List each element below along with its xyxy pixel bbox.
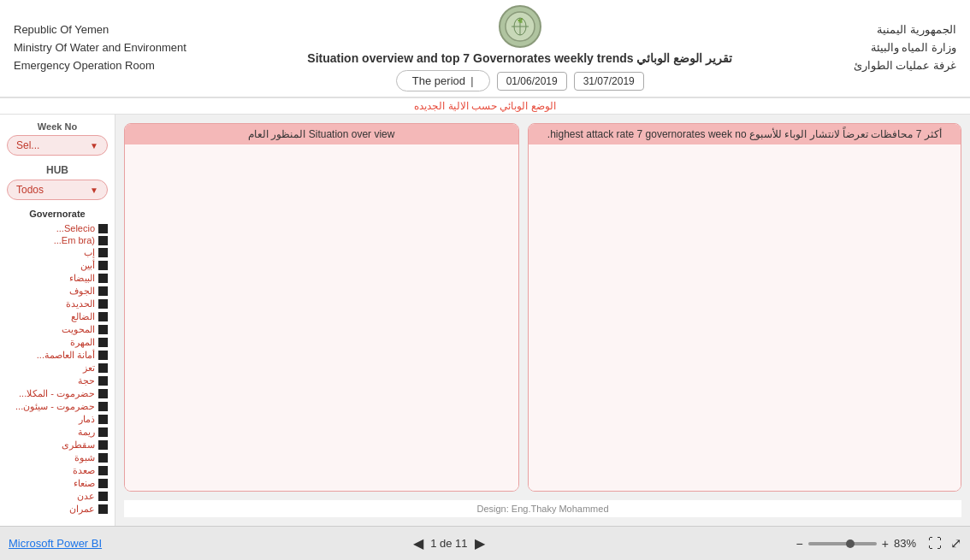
fit-page-icon[interactable]: ⛶	[928, 536, 942, 551]
org-ar-line3: غرفة عمليات الطوارئ	[854, 57, 956, 75]
gov-name: سقطرى	[62, 439, 95, 451]
header-right: الجمهورية اليمنية وزارة المياه والبيئة غ…	[854, 21, 956, 74]
gov-checkbox	[98, 351, 108, 360]
zoom-out-icon[interactable]: −	[796, 537, 803, 551]
gov-list-item[interactable]: شبوة	[7, 451, 108, 464]
gov-name: صنعاء	[74, 478, 95, 489]
date-to[interactable]: 31/07/2019	[574, 72, 644, 91]
expand-icon[interactable]: ⤢	[950, 535, 961, 551]
hub-dropdown[interactable]: Todos ▼	[7, 180, 108, 200]
pagination: ◀ 1 de 11 ▶	[413, 535, 484, 551]
gov-list-item[interactable]: حجة	[7, 374, 108, 387]
date-from[interactable]: 01/06/2019	[497, 72, 567, 91]
left-chart-header: Situation over view المنظور العام	[125, 124, 518, 144]
gov-list-item[interactable]: صعدة	[7, 464, 108, 477]
gov-checkbox	[98, 402, 108, 411]
gov-checkbox	[98, 440, 108, 450]
gov-list-item[interactable]: سقطرى	[7, 439, 108, 451]
week-dropdown[interactable]: Sel... ▼	[7, 135, 108, 156]
zoom-slider[interactable]	[808, 542, 877, 545]
gov-name: إب	[84, 247, 95, 258]
gov-name: Selecio...	[56, 223, 95, 233]
header: Republic Of Yemen Ministry Of Water and …	[0, 0, 970, 98]
gov-list-item[interactable]: الجوف	[7, 285, 108, 298]
main-content: Week No Sel... ▼ HUB Todos ▼ Governorate…	[0, 115, 970, 526]
gov-name: تعز	[83, 363, 95, 374]
gov-checkbox	[98, 224, 108, 233]
org-line3: Emergency Operation Room	[14, 57, 186, 75]
gov-list-item[interactable]: حضرموت - سيئون...	[7, 400, 108, 413]
gov-name: أمانة العاصمة...	[37, 350, 95, 361]
governorate-section: Governorate Selecio...(Em bra...إبأبينال…	[7, 209, 108, 516]
next-page-button[interactable]: ▶	[475, 535, 485, 551]
gov-list: Selecio...(Em bra...إبأبينالبيضاءالجوفال…	[7, 222, 108, 516]
gov-checkbox	[98, 466, 108, 475]
sidebar: Week No Sel... ▼ HUB Todos ▼ Governorate…	[0, 115, 115, 526]
header-title: Situation overview and top 7 Governorate…	[307, 51, 732, 65]
period-button[interactable]: The period |	[396, 70, 490, 91]
charts-area: Situation over view المنظور العام أكثر 7…	[115, 115, 970, 526]
gov-name: البيضاء	[69, 273, 95, 284]
gov-checkbox	[98, 286, 108, 296]
logo: 🌿	[499, 5, 541, 48]
zoom-value: 83%	[894, 537, 916, 550]
gov-list-item[interactable]: أمانة العاصمة...	[7, 349, 108, 362]
period-row: The period | 01/06/2019 31/07/2019	[396, 70, 644, 91]
powerbi-link[interactable]: Microsoft Power BI	[9, 537, 102, 550]
gov-list-item[interactable]: عدن	[7, 490, 108, 503]
subheader: الوضع الوبائي حسب الالية الجديده	[0, 98, 970, 115]
left-chart-body	[125, 144, 518, 491]
gov-checkbox	[98, 427, 108, 437]
gov-list-item[interactable]: تعز	[7, 362, 108, 374]
page-indicator: 1 de 11	[430, 537, 467, 550]
right-chart-panel: أكثر 7 محافظات تعرضاً لانتشار الوباء للأ…	[528, 123, 961, 492]
gov-list-item[interactable]: حضرموت - المكلا...	[7, 387, 108, 400]
week-label: Week No	[38, 121, 77, 132]
gov-checkbox	[98, 504, 108, 514]
gov-name: حضرموت - سيئون...	[15, 401, 95, 412]
gov-checkbox	[98, 363, 108, 373]
gov-list-item[interactable]: Selecio...	[7, 222, 108, 234]
zoom-thumb	[846, 539, 855, 548]
svg-text:🌿: 🌿	[518, 18, 523, 24]
gov-list-item[interactable]: إب	[7, 246, 108, 259]
gov-list-item[interactable]: أبين	[7, 259, 108, 272]
period-label: The period	[412, 74, 465, 87]
design-credit: Design: Eng.Thaky Mohammed	[476, 504, 608, 514]
hub-section: HUB Todos ▼	[7, 161, 108, 200]
gov-list-item[interactable]: الضالع	[7, 310, 108, 323]
gov-name: ريمة	[78, 427, 95, 438]
gov-checkbox	[98, 453, 108, 463]
prev-page-button[interactable]: ◀	[413, 535, 423, 551]
gov-checkbox	[98, 261, 108, 270]
gov-name: عدن	[77, 491, 95, 502]
gov-list-item[interactable]: المحويت	[7, 323, 108, 336]
gov-list-item[interactable]: ريمة	[7, 426, 108, 439]
org-ar-line2: وزارة المياه والبيئة	[854, 39, 956, 57]
gov-list-item[interactable]: صنعاء	[7, 477, 108, 490]
gov-checkbox	[98, 325, 108, 334]
gov-list-item[interactable]: (Em bra...	[7, 234, 108, 246]
gov-checkbox	[98, 236, 108, 245]
gov-name: المهرة	[70, 337, 95, 348]
footer-design: Design: Eng.Thaky Mohammed	[124, 500, 961, 517]
gov-list-item[interactable]: المهرة	[7, 336, 108, 349]
gov-name: (Em bra...	[54, 235, 95, 245]
gov-list-item[interactable]: البيضاء	[7, 272, 108, 285]
gov-name: أبين	[80, 260, 95, 271]
gov-name: ذمار	[79, 414, 95, 425]
hub-arrow-icon: ▼	[90, 186, 98, 195]
right-chart-body	[529, 144, 961, 491]
hub-value: Todos	[16, 184, 44, 196]
zoom-in-icon[interactable]: +	[882, 537, 889, 551]
org-line1: Republic Of Yemen	[14, 21, 186, 39]
gov-checkbox	[98, 389, 108, 398]
gov-checkbox	[98, 479, 108, 488]
gov-list-item[interactable]: عمران	[7, 503, 108, 516]
gov-list-item[interactable]: ذمار	[7, 413, 108, 426]
zoom-controls: − + 83% ⛶ ⤢	[796, 535, 961, 551]
period-pipe: |	[470, 74, 474, 87]
gov-list-item[interactable]: الحديدة	[7, 298, 108, 310]
org-line2: Ministry Of Water and Environment	[14, 39, 186, 57]
bottom-bar: Microsoft Power BI ◀ 1 de 11 ▶ − + 83% ⛶…	[0, 526, 970, 560]
